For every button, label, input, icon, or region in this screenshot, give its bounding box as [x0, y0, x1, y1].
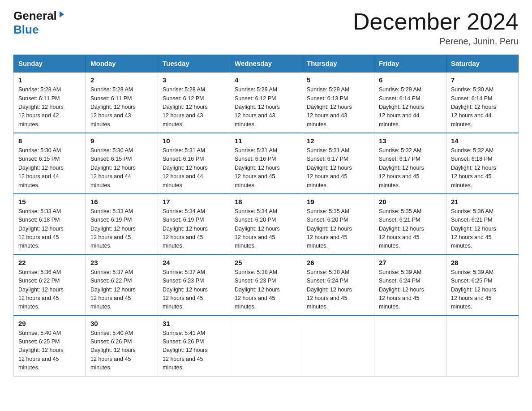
day-info: Sunrise: 5:35 AMSunset: 6:20 PMDaylight:…	[307, 207, 369, 251]
column-header-saturday: Saturday	[446, 55, 519, 73]
calendar-cell: 27Sunrise: 5:39 AMSunset: 6:24 PMDayligh…	[374, 255, 446, 316]
day-number: 8	[18, 137, 81, 145]
day-info: Sunrise: 5:34 AMSunset: 6:20 PMDaylight:…	[235, 207, 297, 251]
column-header-thursday: Thursday	[302, 55, 374, 73]
day-info: Sunrise: 5:30 AMSunset: 6:15 PMDaylight:…	[18, 146, 81, 190]
page-header: General Blue December 2024 Perene, Junin…	[13, 9, 519, 47]
day-number: 4	[235, 76, 297, 84]
calendar-cell	[230, 316, 302, 376]
day-info: Sunrise: 5:40 AMSunset: 6:25 PMDaylight:…	[18, 329, 81, 372]
calendar-cell: 5Sunrise: 5:29 AMSunset: 6:13 PMDaylight…	[302, 72, 374, 133]
calendar-week-row: 1Sunrise: 5:28 AMSunset: 6:11 PMDaylight…	[14, 72, 519, 133]
day-number: 25	[235, 259, 297, 266]
calendar-cell: 22Sunrise: 5:36 AMSunset: 6:22 PMDayligh…	[14, 255, 86, 316]
column-header-wednesday: Wednesday	[230, 55, 302, 73]
day-number: 27	[379, 259, 442, 266]
day-number: 12	[307, 137, 369, 145]
calendar-week-row: 8Sunrise: 5:30 AMSunset: 6:15 PMDaylight…	[14, 133, 519, 194]
calendar-cell: 17Sunrise: 5:34 AMSunset: 6:19 PMDayligh…	[158, 194, 230, 255]
day-info: Sunrise: 5:34 AMSunset: 6:19 PMDaylight:…	[163, 207, 225, 251]
day-info: Sunrise: 5:32 AMSunset: 6:17 PMDaylight:…	[379, 146, 442, 190]
calendar-week-row: 22Sunrise: 5:36 AMSunset: 6:22 PMDayligh…	[14, 255, 519, 316]
calendar-cell: 23Sunrise: 5:37 AMSunset: 6:22 PMDayligh…	[86, 255, 158, 316]
day-info: Sunrise: 5:30 AMSunset: 6:15 PMDaylight:…	[90, 146, 153, 190]
calendar-cell: 7Sunrise: 5:30 AMSunset: 6:14 PMDaylight…	[446, 72, 519, 133]
day-number: 18	[235, 198, 297, 206]
day-info: Sunrise: 5:38 AMSunset: 6:24 PMDaylight:…	[307, 268, 369, 312]
column-header-tuesday: Tuesday	[158, 55, 230, 73]
day-info: Sunrise: 5:36 AMSunset: 6:22 PMDaylight:…	[18, 268, 81, 312]
day-number: 26	[307, 259, 369, 266]
day-number: 1	[18, 76, 81, 84]
day-info: Sunrise: 5:31 AMSunset: 6:17 PMDaylight:…	[307, 146, 369, 190]
day-info: Sunrise: 5:28 AMSunset: 6:11 PMDaylight:…	[90, 86, 153, 129]
calendar-cell: 31Sunrise: 5:41 AMSunset: 6:26 PMDayligh…	[158, 316, 230, 376]
subtitle: Perene, Junin, Peru	[353, 36, 519, 47]
calendar-cell	[374, 316, 446, 376]
calendar-table: SundayMondayTuesdayWednesdayThursdayFrid…	[13, 55, 519, 376]
day-number: 15	[18, 198, 81, 206]
calendar-cell: 14Sunrise: 5:32 AMSunset: 6:18 PMDayligh…	[446, 133, 519, 194]
calendar-cell: 4Sunrise: 5:29 AMSunset: 6:12 PMDaylight…	[230, 72, 302, 133]
day-info: Sunrise: 5:29 AMSunset: 6:13 PMDaylight:…	[307, 86, 369, 129]
day-info: Sunrise: 5:38 AMSunset: 6:23 PMDaylight:…	[235, 268, 297, 312]
day-info: Sunrise: 5:37 AMSunset: 6:23 PMDaylight:…	[163, 268, 225, 312]
calendar-cell: 30Sunrise: 5:40 AMSunset: 6:26 PMDayligh…	[86, 316, 158, 376]
column-header-sunday: Sunday	[14, 55, 86, 73]
day-number: 23	[90, 259, 153, 266]
calendar-cell	[302, 316, 374, 376]
calendar-cell: 20Sunrise: 5:35 AMSunset: 6:21 PMDayligh…	[374, 194, 446, 255]
day-info: Sunrise: 5:28 AMSunset: 6:11 PMDaylight:…	[18, 86, 81, 129]
day-info: Sunrise: 5:39 AMSunset: 6:24 PMDaylight:…	[379, 268, 442, 312]
day-number: 22	[18, 259, 81, 266]
calendar-cell: 24Sunrise: 5:37 AMSunset: 6:23 PMDayligh…	[158, 255, 230, 316]
day-info: Sunrise: 5:31 AMSunset: 6:16 PMDaylight:…	[163, 146, 225, 190]
day-number: 3	[163, 76, 225, 84]
calendar-cell: 25Sunrise: 5:38 AMSunset: 6:23 PMDayligh…	[230, 255, 302, 316]
day-info: Sunrise: 5:35 AMSunset: 6:21 PMDaylight:…	[379, 207, 442, 251]
calendar-cell: 26Sunrise: 5:38 AMSunset: 6:24 PMDayligh…	[302, 255, 374, 316]
day-number: 17	[163, 198, 225, 206]
day-number: 2	[90, 76, 153, 84]
day-number: 10	[163, 137, 225, 145]
column-header-monday: Monday	[86, 55, 158, 73]
calendar-cell: 28Sunrise: 5:39 AMSunset: 6:25 PMDayligh…	[446, 255, 519, 316]
calendar-week-row: 29Sunrise: 5:40 AMSunset: 6:25 PMDayligh…	[14, 316, 519, 376]
day-number: 7	[451, 76, 514, 84]
calendar-cell: 3Sunrise: 5:28 AMSunset: 6:12 PMDaylight…	[158, 72, 230, 133]
calendar-cell: 21Sunrise: 5:36 AMSunset: 6:21 PMDayligh…	[446, 194, 519, 255]
day-info: Sunrise: 5:33 AMSunset: 6:19 PMDaylight:…	[90, 207, 153, 251]
logo-arrow-icon	[58, 10, 66, 20]
calendar-cell: 2Sunrise: 5:28 AMSunset: 6:11 PMDaylight…	[86, 72, 158, 133]
calendar-cell: 15Sunrise: 5:33 AMSunset: 6:18 PMDayligh…	[14, 194, 86, 255]
logo-general: General	[13, 9, 57, 23]
day-info: Sunrise: 5:40 AMSunset: 6:26 PMDaylight:…	[90, 329, 153, 372]
calendar-cell: 19Sunrise: 5:35 AMSunset: 6:20 PMDayligh…	[302, 194, 374, 255]
day-number: 29	[18, 320, 81, 327]
logo-blue: Blue	[13, 23, 39, 37]
day-number: 31	[163, 320, 225, 327]
calendar-cell: 18Sunrise: 5:34 AMSunset: 6:20 PMDayligh…	[230, 194, 302, 255]
day-number: 24	[163, 259, 225, 266]
day-info: Sunrise: 5:30 AMSunset: 6:14 PMDaylight:…	[451, 86, 514, 129]
day-info: Sunrise: 5:28 AMSunset: 6:12 PMDaylight:…	[163, 86, 225, 129]
day-number: 21	[451, 198, 514, 206]
calendar-cell: 6Sunrise: 5:29 AMSunset: 6:14 PMDaylight…	[374, 72, 446, 133]
day-number: 20	[379, 198, 442, 206]
title-area: December 2024 Perene, Junin, Peru	[353, 9, 519, 47]
calendar-cell: 16Sunrise: 5:33 AMSunset: 6:19 PMDayligh…	[86, 194, 158, 255]
day-number: 14	[451, 137, 514, 145]
calendar-cell: 12Sunrise: 5:31 AMSunset: 6:17 PMDayligh…	[302, 133, 374, 194]
day-number: 19	[307, 198, 369, 206]
day-info: Sunrise: 5:36 AMSunset: 6:21 PMDaylight:…	[451, 207, 514, 251]
day-info: Sunrise: 5:32 AMSunset: 6:18 PMDaylight:…	[451, 146, 514, 190]
calendar-cell: 11Sunrise: 5:31 AMSunset: 6:16 PMDayligh…	[230, 133, 302, 194]
day-number: 30	[90, 320, 153, 327]
day-number: 13	[379, 137, 442, 145]
day-info: Sunrise: 5:29 AMSunset: 6:14 PMDaylight:…	[379, 86, 442, 129]
calendar-cell: 8Sunrise: 5:30 AMSunset: 6:15 PMDaylight…	[14, 133, 86, 194]
day-info: Sunrise: 5:41 AMSunset: 6:26 PMDaylight:…	[163, 329, 225, 372]
page-title: December 2024	[353, 9, 519, 34]
logo: General Blue	[13, 9, 66, 37]
day-info: Sunrise: 5:39 AMSunset: 6:25 PMDaylight:…	[451, 268, 514, 312]
